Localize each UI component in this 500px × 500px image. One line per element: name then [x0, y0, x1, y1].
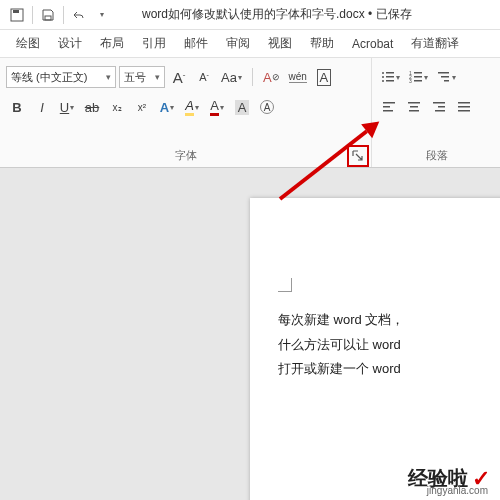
highlight-button[interactable]: A▾ — [181, 96, 203, 118]
svg-rect-20 — [383, 110, 393, 112]
svg-rect-8 — [386, 80, 394, 82]
svg-rect-21 — [408, 102, 420, 104]
svg-point-7 — [382, 80, 384, 82]
svg-rect-12 — [414, 76, 422, 78]
document-title: word如何修改默认使用的字体和字号.docx • 已保存 — [142, 6, 412, 23]
align-right-button[interactable] — [428, 96, 450, 118]
change-case-button[interactable]: Aa▾ — [218, 66, 245, 88]
subscript-button[interactable]: x₂ — [106, 96, 128, 118]
grow-font-button[interactable]: Aˆ — [168, 66, 190, 88]
enclosed-char-button[interactable]: A — [256, 96, 278, 118]
body-text: 每次新建 word 文档， 什么方法可以让 word 打开或新建一个 word — [278, 308, 500, 382]
svg-rect-16 — [441, 76, 449, 78]
align-justify-button[interactable] — [453, 96, 475, 118]
svg-text:3: 3 — [409, 78, 412, 84]
font-row-2: B I U▾ ab x₂ x² A▾ A▾ A▾ A A — [6, 94, 365, 120]
text-effects-button[interactable]: A▾ — [156, 96, 178, 118]
svg-rect-28 — [458, 106, 470, 108]
font-row-1: 等线 (中文正文)▾ 五号▾ Aˆ Aˇ Aa▾ A⊘ wén A — [6, 64, 365, 90]
svg-rect-1 — [13, 10, 19, 13]
tab-draw[interactable]: 绘图 — [8, 31, 48, 56]
svg-rect-29 — [458, 110, 470, 112]
tab-acrobat[interactable]: Acrobat — [344, 33, 401, 55]
watermark-sub: jingyanla.com — [427, 485, 488, 496]
svg-rect-10 — [414, 72, 422, 74]
bold-button[interactable]: B — [6, 96, 28, 118]
phonetic-guide-button[interactable]: wén — [286, 66, 310, 88]
paragraph-group-label: 段落 — [378, 144, 496, 165]
font-size-combo[interactable]: 五号▾ — [119, 66, 165, 88]
svg-rect-15 — [438, 72, 449, 74]
qat-divider-2 — [63, 6, 64, 24]
strikethrough-button[interactable]: ab — [81, 96, 103, 118]
svg-rect-6 — [386, 76, 394, 78]
svg-rect-4 — [386, 72, 394, 74]
tab-review[interactable]: 审阅 — [218, 31, 258, 56]
undo-icon[interactable] — [68, 4, 90, 26]
group-paragraph: ▾ 123▾ ▾ 段落 — [372, 58, 500, 167]
para-row-2 — [378, 94, 496, 120]
font-name-combo[interactable]: 等线 (中文正文)▾ — [6, 66, 116, 88]
bullets-button[interactable]: ▾ — [378, 66, 403, 88]
tab-youdao[interactable]: 有道翻译 — [403, 31, 467, 56]
watermark: 经验啦 ✓ jingyanla.com — [408, 465, 490, 492]
save-icon[interactable] — [37, 4, 59, 26]
group-font: 等线 (中文正文)▾ 五号▾ Aˆ Aˇ Aa▾ A⊘ wén A B I U▾… — [0, 58, 372, 167]
svg-rect-24 — [433, 102, 445, 104]
para-row-1: ▾ 123▾ ▾ — [378, 64, 496, 90]
svg-point-5 — [382, 76, 384, 78]
svg-rect-2 — [45, 16, 51, 20]
svg-rect-22 — [410, 106, 418, 108]
filename: word如何修改默认使用的字体和字号.docx — [142, 7, 365, 21]
svg-rect-25 — [438, 106, 445, 108]
document-page[interactable]: 每次新建 word 文档， 什么方法可以让 word 打开或新建一个 word — [250, 198, 500, 500]
tab-design[interactable]: 设计 — [50, 31, 90, 56]
font-color-button[interactable]: A▾ — [206, 96, 228, 118]
tab-view[interactable]: 视图 — [260, 31, 300, 56]
svg-rect-19 — [383, 106, 390, 108]
ribbon-tabs: 绘图 设计 布局 引用 邮件 审阅 视图 帮助 Acrobat 有道翻译 — [0, 30, 500, 58]
superscript-button[interactable]: x² — [131, 96, 153, 118]
svg-point-3 — [382, 72, 384, 74]
svg-rect-17 — [444, 80, 449, 82]
svg-rect-14 — [414, 80, 422, 82]
char-border-button[interactable]: A — [313, 66, 335, 88]
svg-rect-23 — [409, 110, 419, 112]
tab-layout[interactable]: 布局 — [92, 31, 132, 56]
text-line: 什么方法可以让 word — [278, 333, 500, 358]
save-status: 已保存 — [376, 7, 412, 21]
numbering-button[interactable]: 123▾ — [406, 66, 431, 88]
italic-button[interactable]: I — [31, 96, 53, 118]
text-line: 打开或新建一个 word — [278, 357, 500, 382]
tab-mailings[interactable]: 邮件 — [176, 31, 216, 56]
document-workspace[interactable]: 每次新建 word 文档， 什么方法可以让 word 打开或新建一个 word — [0, 168, 500, 500]
clear-format-button[interactable]: A⊘ — [260, 66, 283, 88]
title-bar: ▾ word如何修改默认使用的字体和字号.docx • 已保存 — [0, 0, 500, 30]
svg-rect-18 — [383, 102, 395, 104]
autosave-icon[interactable] — [6, 4, 28, 26]
svg-rect-27 — [458, 102, 470, 104]
text-line: 每次新建 word 文档， — [278, 308, 500, 333]
ribbon: 等线 (中文正文)▾ 五号▾ Aˆ Aˇ Aa▾ A⊘ wén A B I U▾… — [0, 58, 500, 168]
underline-button[interactable]: U▾ — [56, 96, 78, 118]
align-center-button[interactable] — [403, 96, 425, 118]
char-shading-button[interactable]: A — [231, 96, 253, 118]
tab-references[interactable]: 引用 — [134, 31, 174, 56]
cursor-indicator — [278, 278, 292, 292]
qat-divider — [32, 6, 33, 24]
svg-rect-26 — [435, 110, 445, 112]
shrink-font-button[interactable]: Aˇ — [193, 66, 215, 88]
tab-help[interactable]: 帮助 — [302, 31, 342, 56]
qat-dropdown-icon[interactable]: ▾ — [90, 4, 112, 26]
multilevel-list-button[interactable]: ▾ — [434, 66, 459, 88]
align-left-button[interactable] — [378, 96, 400, 118]
